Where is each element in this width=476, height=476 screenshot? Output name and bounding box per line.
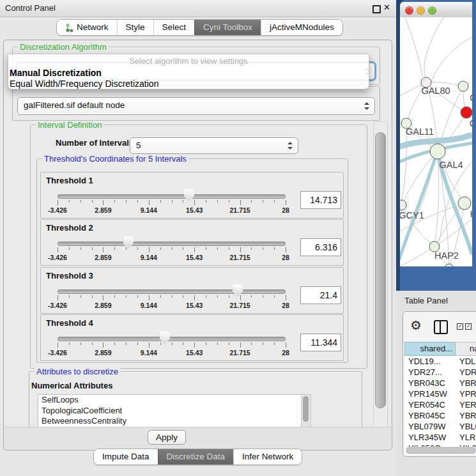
network-node-g[interactable] (458, 81, 468, 91)
cell-shared-name[interactable]: YBL079W (404, 421, 457, 432)
panel-vertical-scrollbar[interactable] (373, 121, 388, 429)
slider-tick (206, 342, 206, 345)
apply-button[interactable]: Apply (148, 430, 186, 445)
network-node-gal4[interactable] (430, 144, 445, 159)
table-data-combobox[interactable]: galFiltered.sif default node (17, 97, 375, 115)
attributes-list-scrollbar[interactable] (301, 394, 311, 428)
slider-tick (274, 247, 275, 250)
cell-shared-name[interactable]: YDL19... (404, 356, 457, 367)
tab-impute-data[interactable]: Impute Data (94, 449, 158, 464)
slider-track[interactable] (58, 289, 286, 294)
slider-tick (69, 295, 70, 298)
cell-name[interactable]: YLR3 (457, 432, 476, 443)
cell-shared-name[interactable]: YLR345W (404, 432, 457, 443)
attribute-list-item[interactable]: SelfLoops (38, 395, 302, 406)
float-window-icon[interactable] (372, 5, 381, 13)
close-traffic-light[interactable] (405, 6, 413, 15)
close-icon[interactable]: ✕ (383, 3, 390, 12)
slider-tick (229, 342, 229, 345)
tab-discretize-data[interactable]: Discretize Data (158, 449, 234, 464)
slider-scale-label: 21.715 (230, 206, 250, 214)
cell-shared-name[interactable]: YBR045C (404, 410, 457, 421)
threshold-3-slider[interactable]: -3.4262.8599.14415.4321.71528 (58, 284, 286, 312)
slider-tick (92, 200, 93, 203)
attribute-list-item[interactable]: TopologicalCoefficient (38, 406, 302, 417)
scrollbar-thumb[interactable] (303, 396, 309, 422)
tab-style[interactable]: Style (117, 20, 153, 35)
checkbox-icon[interactable]: ✓ (457, 323, 463, 330)
checkbox-icon[interactable]: ✓ (465, 323, 472, 330)
slider-tick (263, 295, 263, 298)
scrollbar-thumb[interactable] (375, 132, 386, 408)
threshold-1-slider[interactable]: -3.4262.8599.14415.4321.71528 (58, 189, 286, 217)
slider-scale-label: -3.426 (48, 349, 67, 357)
threshold-3-value-field[interactable]: 21.4 (300, 286, 341, 304)
settings-scroll-viewport: Interval Definition Number of Intervals … (6, 121, 372, 428)
network-node-gcy1[interactable] (400, 200, 406, 210)
table-row[interactable]: YBR043CYBR0 (404, 378, 476, 388)
slider-tick (217, 200, 218, 203)
group-title: Threshold's Coordinates for 5 Intervals (42, 154, 188, 164)
cell-name[interactable]: YPR1 (457, 388, 476, 399)
cell-name[interactable]: YDL1 (457, 356, 476, 367)
slider-scale-label: 28 (282, 349, 289, 357)
table-row[interactable]: YDR27...YDR2 (404, 367, 476, 378)
cell-shared-name[interactable]: YDR27... (404, 367, 457, 378)
tab-cyni-toolbox[interactable]: Cyni Toolbox (194, 20, 261, 35)
network-node-h[interactable] (458, 197, 471, 210)
tab-select[interactable]: Select (153, 20, 195, 35)
slider-tick (194, 200, 195, 205)
slider-track[interactable] (58, 194, 286, 199)
column-header-name[interactable]: na (456, 342, 476, 356)
scrollbar-thumb[interactable] (406, 447, 475, 454)
slider-scale-label: 9.144 (141, 349, 157, 357)
table-row[interactable]: YDL19...YDL1 (404, 356, 476, 367)
zoom-traffic-light[interactable] (428, 6, 436, 15)
slider-scale: -3.4262.8599.14415.4321.71528 (58, 254, 286, 262)
minimize-traffic-light[interactable] (417, 6, 425, 15)
slider-scale-label: 28 (282, 206, 289, 214)
table-panel-title: Table Panel (404, 296, 448, 305)
slider-track[interactable] (58, 337, 286, 341)
threshold-4-value-field[interactable]: 11.344 (300, 334, 341, 351)
tab-jactivemnodules[interactable]: jActiveMNodules (261, 20, 342, 35)
table-row[interactable]: YPR145WYPR1 (404, 388, 476, 399)
column-view-icon[interactable] (434, 320, 448, 334)
cell-name[interactable]: YBL0 (457, 421, 476, 432)
cell-name[interactable]: YBR0 (457, 378, 476, 388)
slider-tick (251, 200, 252, 203)
table-row[interactable]: YBR045CYBR0 (404, 410, 476, 421)
slider-track[interactable] (58, 242, 286, 246)
cell-shared-name[interactable]: YER054C (404, 399, 457, 410)
slider-tick (58, 342, 58, 348)
table-row[interactable]: YER054CYER0 (404, 399, 476, 410)
threshold-4-slider[interactable]: -3.4262.8599.14415.4321.71528 (58, 332, 286, 360)
threshold-4-panel: Threshold 4 -3.4262.8599.14415.4321.7152… (40, 314, 344, 361)
attribute-list-item[interactable]: BetweennessCentrality (38, 416, 302, 427)
cell-name[interactable]: YDR2 (457, 367, 476, 378)
threshold-2-value-field[interactable]: 6.316 (300, 238, 341, 256)
threshold-2-slider[interactable]: -3.4262.8599.14415.4321.71528 (58, 236, 286, 265)
popup-item-manual-discretization[interactable]: Manual Discretization (10, 68, 102, 78)
settings-gear-icon[interactable]: ⚙ (410, 318, 422, 333)
cell-shared-name[interactable]: YPR145W (404, 388, 457, 399)
popup-item-equal-width-frequency[interactable]: Equal Width/Frequency Discretization (10, 79, 158, 89)
tab-infer-network[interactable]: Infer Network (233, 449, 302, 464)
number-of-intervals-combobox[interactable]: 5 (130, 137, 298, 154)
threshold-2-panel: Threshold 2 -3.4262.8599.14415.4321.7152… (40, 219, 344, 266)
network-node-c[interactable] (461, 107, 472, 118)
network-canvas[interactable]: GAL80G.CGAL11GAL4GCY1HHAP2 (400, 17, 472, 266)
network-node-label: GAL80 (421, 86, 450, 96)
table-horizontal-scrollbar[interactable] (406, 447, 476, 452)
table-row[interactable]: YBL079WYBL0 (404, 421, 476, 432)
network-window-titlebar[interactable] (400, 2, 472, 18)
cell-shared-name[interactable]: YBR043C (404, 378, 457, 388)
tab-network[interactable]: Network (57, 20, 117, 35)
cell-name[interactable]: YER0 (457, 399, 476, 410)
threshold-1-value-field[interactable]: 14.713 (300, 191, 341, 209)
cell-name[interactable]: YBR0 (457, 410, 476, 421)
network-graph: GAL80G.CGAL11GAL4GCY1HHAP2 (400, 17, 472, 266)
network-window: GAL80G.CGAL11GAL4GCY1HHAP2 (396, 0, 476, 291)
column-header-shared-name[interactable]: shared... (404, 342, 456, 356)
table-row[interactable]: YLR345WYLR3 (404, 432, 476, 443)
